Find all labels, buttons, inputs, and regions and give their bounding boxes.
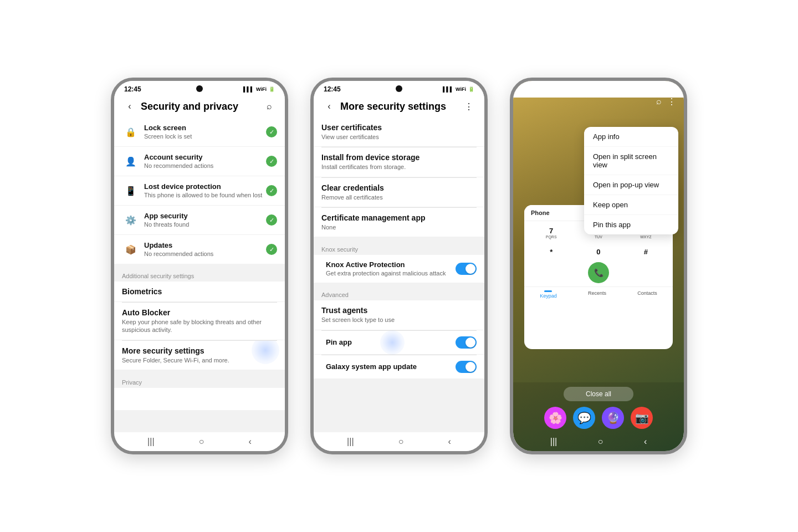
context-menu: App info Open in split screen view Open … (584, 127, 678, 234)
p3-back-nav-button[interactable]: ‹ (644, 437, 647, 447)
phone1-app-bar: ‹ Security and privacy ⌕ (114, 95, 285, 117)
galaxy-update-toggle[interactable] (456, 361, 477, 373)
dialer-key-7[interactable]: 7PQRS (539, 224, 564, 241)
user-certs-item[interactable]: User certificates View user certificates (314, 117, 484, 147)
app-security-item[interactable]: ⚙️ App security No threats found ✓ (114, 206, 285, 235)
app-security-icon: ⚙️ (122, 211, 140, 229)
account-icon: 👤 (122, 152, 140, 170)
ctx-split-screen[interactable]: Open in split screen view (584, 147, 678, 175)
clear-credentials-item[interactable]: Clear credentials Remove all certificate… (314, 178, 484, 207)
bottom-spacer (314, 383, 484, 394)
phone3-status-icons: ▌▌▌ WiFi 🔋 (638, 86, 674, 93)
dialer-key-star[interactable]: * (539, 243, 564, 260)
phone-1: 12:45 ▌▌▌ WiFi 🔋 ‹ Security and privacy … (111, 78, 288, 454)
close-all-button[interactable]: Close all (564, 387, 633, 401)
p2-back-button[interactable]: ‹ (321, 99, 337, 114)
more-security-item[interactable]: More security settings Secure Folder, Se… (114, 341, 285, 370)
dialer-tab-recents[interactable]: Recents (585, 289, 610, 300)
recent-apps-button[interactable]: ||| (147, 437, 154, 447)
lost-device-icon: 📱 (122, 182, 140, 200)
p2-more-button[interactable]: ⋮ (461, 99, 477, 114)
galaxy-update-item[interactable]: Galaxy system app update (314, 355, 484, 378)
p2-home-button[interactable]: ○ (398, 437, 404, 447)
updates-item[interactable]: 📦 Updates No recommended actions ✓ (114, 235, 285, 264)
lock-screen-subtitle: Screen lock is set (144, 132, 266, 140)
lost-device-subtitle: This phone is allowed to be found when l… (144, 191, 266, 199)
install-storage-title: Install from device storage (321, 153, 477, 162)
phones-container: 12:45 ▌▌▌ WiFi 🔋 ‹ Security and privacy … (89, 55, 709, 477)
ctx-keep-open[interactable]: Keep open (584, 195, 678, 215)
p2-wifi-icon: WiFi (456, 86, 466, 92)
dialer-key-0[interactable]: 0 (586, 243, 611, 260)
app-security-check: ✓ (266, 214, 277, 226)
updates-title: Updates (144, 241, 266, 249)
p3-more-button[interactable]: ⋮ (667, 96, 676, 107)
dialer-tab-keypad[interactable]: Keypad (536, 289, 560, 300)
ctx-popup-view[interactable]: Open in pop-up view (584, 175, 678, 195)
phone1-content[interactable]: 🔒 Lock screen Screen lock is set ✓ 👤 Acc… (114, 117, 285, 432)
p3-search-button[interactable]: ⌕ (656, 96, 662, 107)
p2-recent-apps-button[interactable]: ||| (347, 437, 354, 447)
galaxy-update-text: Galaxy system app update (326, 362, 456, 371)
knox-protection-item[interactable]: Knox Active Protection Get extra protect… (314, 255, 484, 283)
lost-device-item[interactable]: 📱 Lost device protection This phone is a… (114, 176, 285, 206)
biometrics-item[interactable]: Biometrics (114, 282, 285, 302)
auto-blocker-subtitle: Keep your phone safe by blocking threats… (122, 318, 277, 334)
p2-back-nav-button[interactable]: ‹ (448, 437, 451, 447)
phone3-time: 12:45 (523, 85, 540, 93)
phone2-screen: 12:45 ▌▌▌ WiFi 🔋 ‹ More security setting… (314, 81, 484, 451)
dialer-tab-contacts[interactable]: Contacts (634, 289, 661, 300)
auto-blocker-title: Auto Blocker (122, 308, 277, 317)
knox-section-label: Knox security (314, 242, 484, 255)
phone2-bottom-nav: ||| ○ ‹ (314, 432, 484, 451)
home-button[interactable]: ○ (199, 437, 204, 447)
advanced-section-label: Advanced (314, 287, 484, 300)
dialer-key-hash[interactable]: # (633, 243, 658, 260)
lock-screen-check: ✓ (266, 126, 277, 137)
pin-app-item[interactable]: Pin app (314, 331, 484, 355)
install-storage-subtitle: Install certificates from storage. (321, 163, 477, 171)
recents-area[interactable]: App info Open in split screen view Open … (513, 110, 684, 382)
security-items-group: 🔒 Lock screen Screen lock is set ✓ 👤 Acc… (114, 117, 285, 264)
dock-app-flower[interactable]: 🌸 (544, 407, 566, 429)
privacy-section-label: Privacy (114, 375, 285, 388)
phone3-bottom-dock: Close all 🌸 💬 🔮 📷 ||| ○ ‹ (513, 382, 684, 451)
keypad-active-indicator (544, 290, 552, 292)
pin-app-toggle[interactable] (456, 336, 477, 349)
back-nav-button[interactable]: ‹ (249, 437, 252, 447)
dock-icons: 🌸 💬 🔮 📷 (544, 405, 653, 431)
trust-agents-subtitle: Set screen lock type to use (321, 316, 477, 324)
lost-device-text: Lost device protection This phone is all… (144, 182, 266, 199)
dock-app-browser[interactable]: 🔮 (602, 407, 624, 429)
cert-mgmt-title: Certificate management app (321, 213, 477, 222)
phone-2: 12:45 ▌▌▌ WiFi 🔋 ‹ More security setting… (310, 78, 488, 454)
knox-protection-toggle[interactable] (456, 263, 477, 275)
phone1-camera (196, 85, 203, 92)
recents-label: Recents (588, 290, 606, 296)
ctx-pin-app[interactable]: Pin this app (584, 215, 678, 234)
auto-blocker-item[interactable]: Auto Blocker Keep your phone safe by blo… (114, 303, 285, 340)
account-security-item[interactable]: 👤 Account security No recommended action… (114, 147, 285, 176)
dock-app-messages[interactable]: 💬 (573, 407, 595, 429)
p3-recent-apps-button[interactable]: ||| (550, 437, 557, 447)
call-button[interactable]: 📞 (588, 262, 609, 283)
back-button[interactable]: ‹ (122, 99, 137, 114)
lock-screen-item[interactable]: 🔒 Lock screen Screen lock is set ✓ (114, 117, 285, 147)
ctx-app-info[interactable]: App info (584, 127, 678, 147)
privacy-placeholder (114, 388, 285, 410)
certificate-group: User certificates View user certificates… (314, 117, 484, 237)
install-storage-item[interactable]: Install from device storage Install cert… (314, 147, 484, 177)
dialer-tabs: Keypad Recents Contacts (524, 287, 673, 302)
p3-home-button[interactable]: ○ (598, 437, 603, 447)
phone3-status-bar: 12:45 ▌▌▌ WiFi 🔋 (513, 81, 684, 95)
page-title: Security and privacy (141, 101, 262, 112)
phone2-content[interactable]: User certificates View user certificates… (314, 117, 484, 432)
knox-protection-text: Knox Active Protection Get extra protect… (326, 260, 456, 277)
cert-mgmt-item[interactable]: Certificate management app None (314, 208, 484, 237)
phone1-status-bar: 12:45 ▌▌▌ WiFi 🔋 (114, 81, 285, 95)
trust-agents-item[interactable]: Trust agents Set screen lock type to use (314, 300, 484, 330)
phone2-camera (396, 85, 402, 92)
phone2-status-icons: ▌▌▌ WiFi 🔋 (443, 86, 474, 92)
dock-app-recorder[interactable]: 📷 (631, 407, 653, 429)
search-button[interactable]: ⌕ (262, 99, 277, 114)
